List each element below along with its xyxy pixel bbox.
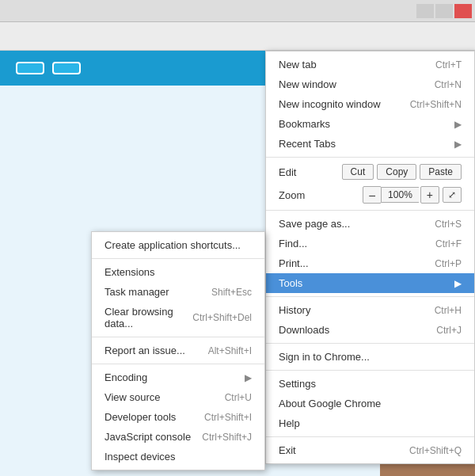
menu-item-label: New window [279,78,435,90]
menu-item-tools[interactable]: Tools ▶ [266,273,474,293]
tools-submenu-item[interactable]: JavaScript console Ctrl+Shift+J [92,427,264,447]
menu-item-settings[interactable]: Settings [266,374,474,394]
tools-submenu-item[interactable]: Clear browsing data... Ctrl+Shift+Del [92,302,264,333]
tools-item-label: Developer tools [104,411,204,423]
menu-item-label: Save page as... [279,218,435,230]
how-it-works-button[interactable] [16,62,44,74]
minimize-button[interactable] [416,4,434,18]
zoom-label: Zoom [279,189,361,201]
edit-label: Edit [279,166,339,178]
menu-shortcut: Ctrl+N [435,79,462,90]
tools-submenu-item[interactable]: Task manager Shift+Esc [92,282,264,302]
submenu-arrow-icon: ▶ [454,278,462,289]
menu-item-label: Recent Tabs [279,138,454,150]
menu-item-history[interactable]: History Ctrl+H [266,300,474,320]
menu-separator [266,343,474,344]
menu-separator [266,370,474,371]
tools-item-label: Clear browsing data... [104,306,192,329]
tools-submenu-item[interactable]: View source Ctrl+U [92,387,264,407]
tools-submenu-separator [92,364,264,364]
tools-item-shortcut: Alt+Shift+I [208,345,252,356]
tools-submenu-item[interactable]: Create application shortcuts... [92,235,264,255]
menu-item-label: Find... [279,238,435,249]
tools-item-label: Encoding [104,371,245,383]
menu-item-help[interactable]: Help [266,413,474,433]
tools-item-label: Task manager [104,286,211,298]
menu-item-label: New incognito window [279,98,410,110]
menu-item-bookmarks[interactable]: Bookmarks ▶ [266,114,474,134]
title-bar [0,0,475,22]
menu-item-label: About Google Chrome [279,398,462,409]
menu-item-print[interactable]: Print... Ctrl+P [266,253,474,273]
tools-submenu-item[interactable]: Developer tools Ctrl+Shift+I [92,407,264,427]
menu-item-label: Settings [279,378,462,390]
tools-item-shortcut: Shift+Esc [211,287,252,298]
paste-button[interactable]: Paste [420,164,462,180]
menu-item-downloads[interactable]: Downloads Ctrl+J [266,320,474,340]
menu-item-exit[interactable]: Exit Ctrl+Shift+Q [266,440,474,460]
tools-item-arrow-icon: ▶ [245,372,252,383]
menu-shortcut: Ctrl+Shift+Q [409,445,462,456]
close-button[interactable] [454,4,472,18]
zoom-fullscreen-button[interactable]: ⤢ [443,187,462,203]
menu-item-recent-tabs[interactable]: Recent Tabs ▶ [266,134,474,154]
tools-item-label: Extensions [104,266,252,278]
menu-separator [266,157,474,158]
tools-submenu: Create application shortcuts... Extensio… [91,231,265,470]
tools-item-label: View source [104,391,225,403]
menu-item-find[interactable]: Find... Ctrl+F [266,234,474,253]
browser-toolbar [0,22,475,51]
tools-submenu-item[interactable]: Extensions [92,262,264,282]
tools-item-shortcut: Ctrl+U [225,392,252,403]
menu-shortcut: Ctrl+Shift+N [410,99,462,110]
menu-item-label: Bookmarks [279,118,454,130]
menu-item-label: New tab [279,59,435,70]
menu-item-sign-in-to-chrome[interactable]: Sign in to Chrome... [266,347,474,367]
tools-item-label: Create application shortcuts... [104,239,252,251]
browser-window: Create application shortcuts... Extensio… [0,0,475,476]
bookmark-star-icon[interactable] [420,25,442,48]
submenu-arrow-icon: ▶ [454,139,462,150]
tools-item-shortcut: Ctrl+Shift+J [202,432,252,443]
menu-item-new-incognito-window[interactable]: New incognito window Ctrl+Shift+N [266,94,474,114]
zoom-in-button[interactable]: + [420,186,439,204]
cut-button[interactable]: Cut [342,164,374,180]
menu-item-label: History [279,304,435,316]
menu-shortcut: Ctrl+J [436,325,462,336]
submenu-arrow-icon: ▶ [454,119,462,130]
menu-separator [266,296,474,297]
menu-item-label: Help [279,417,462,429]
tools-item-label: JavaScript console [104,431,202,443]
chrome-menu: New tab Ctrl+T New window Ctrl+N New inc… [265,51,475,464]
zoom-value: 100% [382,187,419,203]
chrome-menu-icon[interactable] [446,25,469,48]
menu-item-label: Tools [279,277,454,289]
menu-shortcut: Ctrl+S [435,219,462,230]
tools-submenu-separator [92,258,264,259]
tools-item-label: Report an issue... [104,345,208,356]
tools-submenu-item[interactable]: Encoding ▶ [92,367,264,387]
copy-button[interactable]: Copy [377,164,416,180]
tools-item-label: Inspect devices [104,451,252,463]
menu-shortcut: Ctrl+P [435,258,462,269]
menu-shortcut: Ctrl+F [435,238,462,249]
tools-submenu-separator [92,337,264,337]
menu-item-save-page-as[interactable]: Save page as... Ctrl+S [266,214,474,234]
menu-shortcut: Ctrl+H [435,305,462,316]
menu-item-new-window[interactable]: New window Ctrl+N [266,74,474,94]
menu-item-label: Exit [279,444,409,456]
menu-item-label: Downloads [279,324,436,336]
maximize-button[interactable] [435,4,453,18]
menu-item-label: Print... [279,257,435,269]
zoom-row: Zoom – 100% + ⤢ [266,183,474,207]
zoom-out-button[interactable]: – [363,186,382,204]
tools-item-shortcut: Ctrl+Shift+Del [192,312,252,323]
menu-shortcut: Ctrl+T [435,59,462,70]
menu-item-new-tab[interactable]: New tab Ctrl+T [266,55,474,74]
tools-submenu-item[interactable]: Inspect devices [92,447,264,466]
featured-coupons-button[interactable] [52,62,81,74]
tools-submenu-item[interactable]: Report an issue... Alt+Shift+I [92,341,264,360]
edit-row: Edit Cut Copy Paste [266,161,474,183]
menu-item-about-google-chrome[interactable]: About Google Chrome [266,394,474,413]
menu-separator [266,210,474,211]
